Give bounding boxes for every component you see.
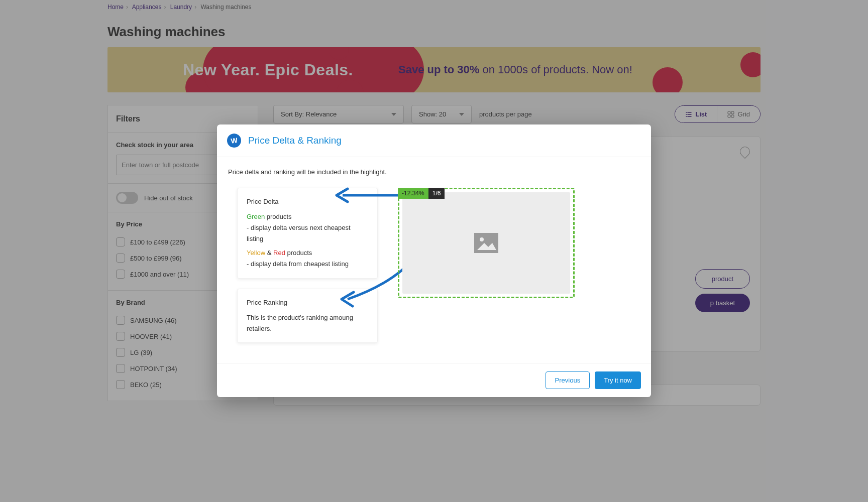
- price-delta-card: Price Delta Green products - display del…: [237, 188, 378, 279]
- image-placeholder-icon: [474, 233, 498, 253]
- modal-description: Price delta and ranking will be included…: [228, 168, 640, 176]
- price-rank-badge: 1/6: [428, 188, 445, 199]
- svg-point-5: [480, 237, 484, 241]
- modal-title: Price Delta & Ranking: [248, 135, 342, 146]
- try-it-now-button[interactable]: Try it now: [595, 371, 641, 389]
- onboarding-modal: W Price Delta & Ranking Price delta and …: [217, 124, 651, 397]
- price-delta-badge: -12.34%: [398, 188, 428, 199]
- previous-button[interactable]: Previous: [546, 371, 590, 389]
- highlight-preview: -12.34% 1/6: [398, 188, 575, 298]
- price-ranking-card: Price Ranking This is the product's rank…: [237, 289, 378, 343]
- brand-logo-icon: W: [226, 133, 242, 149]
